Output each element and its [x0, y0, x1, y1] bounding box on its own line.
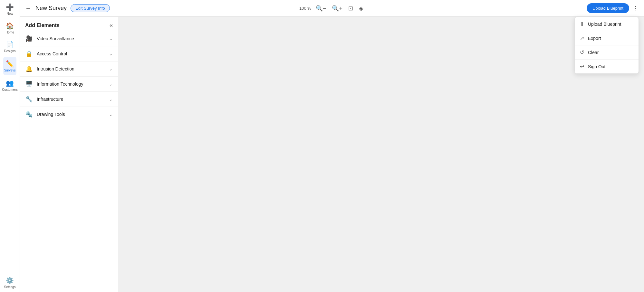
infrastructure-icon: 🔧 — [25, 96, 33, 103]
surveys-label: Surveys — [4, 69, 15, 72]
left-navigation: ➕ New 🏠 Home 📄 Designs ✏️ Surveys 👥 Cust… — [0, 0, 20, 292]
sign-out-icon: ↩ — [580, 63, 584, 70]
clear-icon: ↺ — [580, 49, 584, 55]
dropdown-item-export[interactable]: ↗ Export — [575, 31, 639, 45]
infrastructure-label: Infrastructure — [37, 97, 105, 102]
video-surveillance-label: Video Surveillance — [37, 36, 105, 41]
sign-out-label: Sign Out — [588, 64, 605, 69]
sidebar-items-list: 🎥 Video Surveillance ⌄ 🔒 Access Control … — [20, 31, 118, 122]
sidebar-item-customers[interactable]: 👥 Customers — [2, 76, 17, 95]
chevron-down-icon: ⌄ — [109, 81, 113, 87]
main-content: ← New Survey Edit Survey Info 100 % 🔍− 🔍… — [20, 0, 644, 292]
dropdown-item-sign-out[interactable]: ↩ Sign Out — [575, 60, 639, 73]
designs-icon: 📄 — [6, 41, 14, 48]
zoom-level: 100 % — [299, 6, 311, 11]
drawing-tools-icon: 🔩 — [25, 111, 33, 118]
edit-survey-button[interactable]: Edit Survey Info — [71, 4, 110, 12]
layers-button[interactable]: ◈ — [358, 4, 365, 13]
customers-icon: 👥 — [6, 79, 14, 87]
panel-item-intrusion-detection[interactable]: 🔔 Intrusion Detection ⌄ — [20, 61, 118, 77]
panel-item-video-surveillance[interactable]: 🎥 Video Surveillance ⌄ — [20, 31, 118, 46]
export-icon: ↗ — [580, 35, 584, 41]
zoom-in-button[interactable]: 🔍+ — [331, 4, 344, 13]
more-options-button[interactable]: ⋮ — [632, 5, 639, 12]
new-label: New — [6, 12, 13, 15]
panel-item-drawing-tools[interactable]: 🔩 Drawing Tools ⌄ — [20, 107, 118, 122]
home-icon: 🏠 — [6, 22, 14, 30]
access-control-icon: 🔒 — [25, 50, 33, 57]
sidebar-panel-header: Add Elements « — [20, 17, 118, 31]
dropdown-item-upload-blueprint[interactable]: ⬆ Upload Blueprint — [575, 17, 639, 31]
chevron-down-icon: ⌄ — [109, 36, 113, 41]
panel-item-information-technology[interactable]: 🖥️ Information Technology ⌄ — [20, 77, 118, 92]
customers-label: Customers — [2, 88, 17, 91]
page-title: New Survey — [35, 5, 67, 12]
zoom-out-button[interactable]: 🔍− — [314, 4, 328, 13]
sidebar-item-surveys[interactable]: ✏️ Surveys — [3, 57, 16, 75]
video-surveillance-icon: 🎥 — [25, 35, 33, 42]
intrusion-detection-label: Intrusion Detection — [37, 66, 105, 71]
chevron-down-icon: ⌄ — [109, 51, 113, 56]
sidebar-panel: Add Elements « 🎥 Video Surveillance ⌄ 🔒 … — [20, 17, 118, 292]
intrusion-detection-icon: 🔔 — [25, 65, 33, 72]
drawing-tools-label: Drawing Tools — [37, 112, 105, 117]
top-bar: ← New Survey Edit Survey Info 100 % 🔍− 🔍… — [20, 0, 644, 17]
chevron-down-icon: ⌄ — [109, 97, 113, 102]
settings-icon: ⚙️ — [6, 277, 14, 284]
sidebar-item-home[interactable]: 🏠 Home — [2, 19, 17, 37]
settings-label: Settings — [4, 285, 15, 289]
sidebar-item-designs[interactable]: 📄 Designs — [2, 37, 17, 56]
chevron-down-icon: ⌄ — [109, 112, 113, 117]
collapse-button[interactable]: « — [110, 22, 113, 29]
surveys-icon: ✏️ — [6, 60, 14, 68]
upload-blueprint-icon: ⬆ — [580, 21, 584, 27]
sidebar-item-new[interactable]: ➕ New — [2, 0, 17, 19]
top-bar-right: Upload Blueprint ⋮ — [587, 3, 639, 13]
canvas-area[interactable] — [118, 17, 644, 292]
sidebar-item-settings[interactable]: ⚙️ Settings — [0, 273, 20, 292]
panel-item-access-control[interactable]: 🔒 Access Control ⌄ — [20, 46, 118, 61]
export-label: Export — [588, 36, 601, 41]
back-button[interactable]: ← — [25, 5, 32, 12]
upload-blueprint-button[interactable]: Upload Blueprint — [587, 3, 629, 13]
dropdown-item-clear[interactable]: ↺ Clear — [575, 45, 639, 60]
home-label: Home — [5, 31, 14, 34]
designs-label: Designs — [4, 49, 15, 53]
panel-item-infrastructure[interactable]: 🔧 Infrastructure ⌄ — [20, 92, 118, 107]
clear-label: Clear — [588, 50, 599, 55]
chevron-down-icon: ⌄ — [109, 66, 113, 71]
zoom-controls: 100 % 🔍− 🔍+ ⊡ ◈ — [299, 4, 365, 13]
add-elements-title: Add Elements — [25, 23, 60, 28]
nav-bottom: ⚙️ Settings — [0, 273, 20, 292]
upload-blueprint-label: Upload Blueprint — [588, 22, 621, 27]
new-icon: ➕ — [6, 3, 14, 11]
access-control-label: Access Control — [37, 51, 105, 56]
information-technology-icon: 🖥️ — [25, 80, 33, 88]
dropdown-menu: ⬆ Upload Blueprint ↗ Export ↺ Clear ↩ Si… — [574, 17, 639, 74]
fit-view-button[interactable]: ⊡ — [347, 4, 354, 13]
information-technology-label: Information Technology — [37, 81, 105, 87]
body-area: Add Elements « 🎥 Video Surveillance ⌄ 🔒 … — [20, 17, 644, 292]
